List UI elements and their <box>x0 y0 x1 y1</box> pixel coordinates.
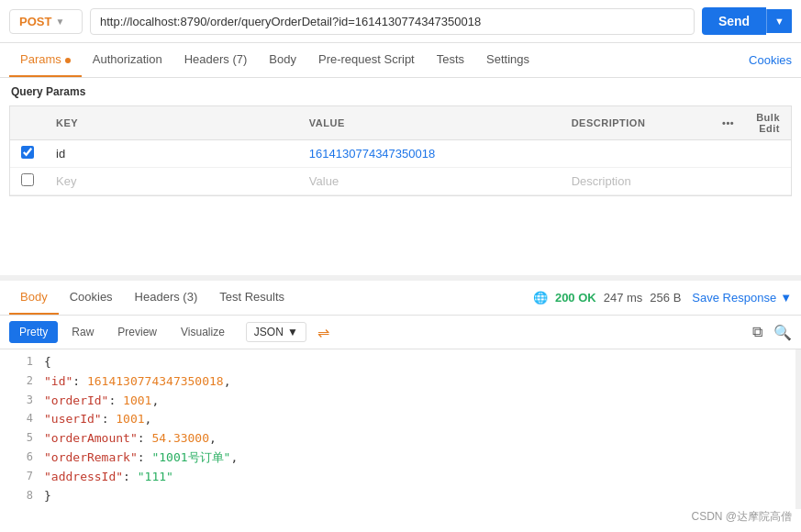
json-format-label: JSON <box>254 326 284 338</box>
tab-params[interactable]: Params <box>9 43 82 77</box>
placeholder-dots-cell <box>711 168 745 195</box>
line-num-8: 8 <box>7 487 33 504</box>
col-value-header: VALUE <box>298 106 561 140</box>
send-arrow-button[interactable]: ▼ <box>766 9 792 33</box>
tab-tests[interactable]: Tests <box>426 43 475 77</box>
scrollbar[interactable] <box>795 349 801 509</box>
placeholder-desc: Description <box>572 174 631 188</box>
status-time: 247 ms <box>604 291 643 305</box>
row-key-cell: id <box>45 140 298 168</box>
cookies-link[interactable]: Cookies <box>749 44 792 76</box>
json-brace-close: } <box>44 487 794 506</box>
status-info: 🌐 200 OK 247 ms 256 B <box>533 291 681 305</box>
placeholder-checkbox[interactable] <box>21 173 34 186</box>
line-num-3: 3 <box>7 392 33 409</box>
query-params-label: Query Params <box>0 78 801 105</box>
col-key-header: KEY <box>45 106 298 140</box>
placeholder-desc-cell[interactable]: Description <box>561 168 711 195</box>
row-key: id <box>56 147 65 161</box>
save-response-chevron: ▼ <box>780 291 792 305</box>
params-table-wrapper: KEY VALUE DESCRIPTION ••• Bulk Edit id 1… <box>9 105 792 196</box>
json-line-2: 2 "id": 1614130774347350018, <box>0 372 801 392</box>
line-num-4: 4 <box>7 410 33 427</box>
json-line-1: 1 { <box>0 353 801 372</box>
tab-headers[interactable]: Headers (7) <box>173 43 259 77</box>
status-size: 256 B <box>650 291 681 305</box>
row-checkbox-cell <box>10 140 45 168</box>
table-placeholder-row: Key Value Description <box>10 168 791 195</box>
format-icon[interactable]: ⇌ <box>317 324 329 341</box>
json-format-select[interactable]: JSON ▼ <box>246 322 306 342</box>
response-tabs: Body Cookies Headers (3) Test Results 🌐 … <box>0 281 801 316</box>
json-content-5: "orderAmount": 54.33000, <box>44 429 794 449</box>
placeholder-actions-cell <box>745 168 791 195</box>
col-dots-header: ••• <box>711 106 745 140</box>
resp-tab-body[interactable]: Body <box>9 281 59 315</box>
fmt-tab-raw[interactable]: Raw <box>61 321 104 343</box>
placeholder-value-cell[interactable]: Value <box>298 168 561 195</box>
json-line-3: 3 "orderId": 1001, <box>0 392 801 411</box>
tab-settings[interactable]: Settings <box>475 43 540 77</box>
placeholder-checkbox-cell <box>10 168 45 195</box>
fmt-tab-visualize[interactable]: Visualize <box>171 321 235 343</box>
col-desc-header: DESCRIPTION <box>561 106 711 140</box>
json-content-6: "orderRemark": "1001号订单", <box>44 449 794 468</box>
placeholder-key-cell[interactable]: Key <box>45 168 298 195</box>
json-line-4: 4 "userId": 1001, <box>0 410 801 429</box>
col-bulkedit-header[interactable]: Bulk Edit <box>745 106 791 140</box>
row-dots-cell <box>711 140 745 168</box>
params-table: KEY VALUE DESCRIPTION ••• Bulk Edit id 1… <box>10 106 791 195</box>
resp-tab-cookies[interactable]: Cookies <box>59 281 124 315</box>
tab-prerequest[interactable]: Pre-request Script <box>307 43 426 77</box>
method-chevron: ▼ <box>55 17 64 27</box>
method-label: POST <box>19 15 51 28</box>
url-input[interactable] <box>90 8 695 35</box>
params-dot <box>65 58 71 63</box>
json-content-3: "orderId": 1001, <box>44 392 794 411</box>
json-body: 1 { 2 "id": 1614130774347350018, 3 "orde… <box>0 349 801 509</box>
line-num-6: 6 <box>7 449 33 466</box>
send-btn-group: Send ▼ <box>702 7 792 35</box>
response-section: Body Cookies Headers (3) Test Results 🌐 … <box>0 275 801 532</box>
json-format-chevron: ▼ <box>287 326 298 338</box>
col-checkbox-header <box>10 106 45 140</box>
json-content-7: "addressId": "111" <box>44 468 794 487</box>
line-num-5: 5 <box>7 429 33 447</box>
json-line-7: 7 "addressId": "111" <box>0 468 801 487</box>
line-num-7: 7 <box>7 468 33 485</box>
globe-icon: 🌐 <box>533 291 548 305</box>
json-line-5: 5 "orderAmount": 54.33000, <box>0 429 801 449</box>
row-value-cell: 1614130774347350018 <box>298 140 561 168</box>
row-desc-cell <box>561 140 711 168</box>
json-brace-open: { <box>44 353 794 372</box>
format-tabs: Pretty Raw Preview Visualize JSON ▼ ⇌ ⧉ … <box>0 316 801 349</box>
tab-authorization[interactable]: Authorization <box>82 43 173 77</box>
tab-body[interactable]: Body <box>258 43 307 77</box>
json-line-8: 8 } <box>0 487 801 506</box>
row-value: 1614130774347350018 <box>309 147 435 161</box>
json-line-6: 6 "orderRemark": "1001号订单", <box>0 449 801 468</box>
placeholder-key: Key <box>56 174 76 188</box>
fmt-tab-preview[interactable]: Preview <box>107 321 167 343</box>
resp-tab-headers[interactable]: Headers (3) <box>124 281 209 315</box>
line-num-2: 2 <box>7 372 33 390</box>
json-content-2: "id": 1614130774347350018, <box>44 372 794 392</box>
method-select[interactable]: POST ▼ <box>9 9 83 34</box>
placeholder-value: Value <box>309 174 339 188</box>
table-row: id 1614130774347350018 <box>10 140 791 168</box>
spacer-area <box>0 196 801 270</box>
request-tabs: Params Authorization Headers (7) Body Pr… <box>0 43 801 78</box>
line-num-1: 1 <box>7 353 33 371</box>
save-response-button[interactable]: Save Response ▼ <box>692 291 792 305</box>
status-ok: 200 OK <box>555 291 596 305</box>
watermark: CSDN @达摩院高僧 <box>691 509 792 525</box>
row-checkbox[interactable] <box>21 146 34 159</box>
top-bar: POST ▼ Send ▼ <box>0 0 801 43</box>
row-actions-cell <box>745 140 791 168</box>
send-button[interactable]: Send <box>702 7 766 35</box>
resp-tab-testresults[interactable]: Test Results <box>208 281 295 315</box>
copy-icon[interactable]: ⧉ <box>752 324 762 340</box>
json-content-4: "userId": 1001, <box>44 410 794 429</box>
search-icon[interactable]: 🔍 <box>773 324 792 341</box>
fmt-tab-pretty[interactable]: Pretty <box>9 321 58 343</box>
